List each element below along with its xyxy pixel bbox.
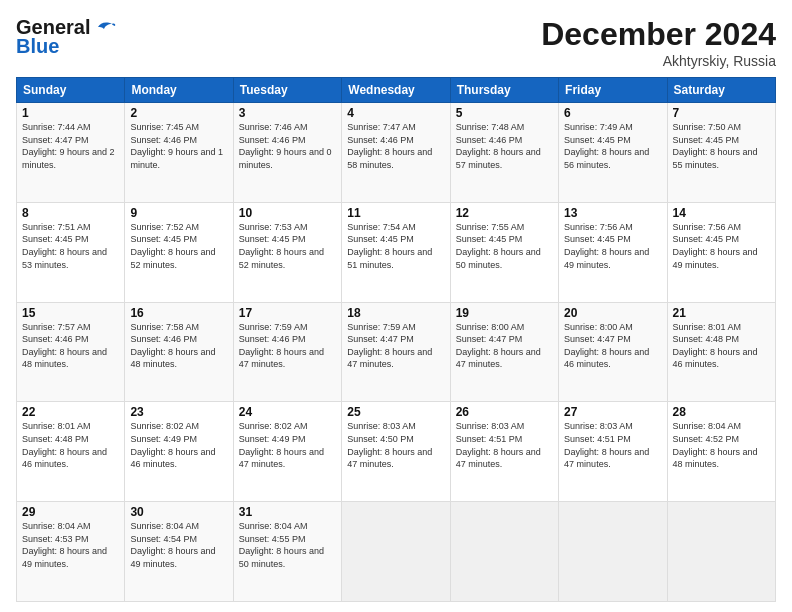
day-number: 27	[564, 405, 661, 419]
day-number: 31	[239, 505, 336, 519]
calendar-cell: 16Sunrise: 7:58 AMSunset: 4:46 PMDayligh…	[125, 302, 233, 402]
calendar-cell: 22Sunrise: 8:01 AMSunset: 4:48 PMDayligh…	[17, 402, 125, 502]
weekday-header-cell: Friday	[559, 78, 667, 103]
day-info: Sunrise: 7:51 AMSunset: 4:45 PMDaylight:…	[22, 221, 119, 271]
weekday-header-cell: Tuesday	[233, 78, 341, 103]
day-number: 22	[22, 405, 119, 419]
header: General Blue December 2024 Akhtyrskiy, R…	[16, 16, 776, 69]
day-number: 1	[22, 106, 119, 120]
calendar-cell: 28Sunrise: 8:04 AMSunset: 4:52 PMDayligh…	[667, 402, 775, 502]
day-info: Sunrise: 7:56 AMSunset: 4:45 PMDaylight:…	[673, 221, 770, 271]
day-info: Sunrise: 8:04 AMSunset: 4:55 PMDaylight:…	[239, 520, 336, 570]
calendar-week-row: 1Sunrise: 7:44 AMSunset: 4:47 PMDaylight…	[17, 103, 776, 203]
day-info: Sunrise: 7:49 AMSunset: 4:45 PMDaylight:…	[564, 121, 661, 171]
day-info: Sunrise: 7:59 AMSunset: 4:47 PMDaylight:…	[347, 321, 444, 371]
logo-blue-text: Blue	[16, 35, 59, 58]
day-number: 30	[130, 505, 227, 519]
day-info: Sunrise: 7:45 AMSunset: 4:46 PMDaylight:…	[130, 121, 227, 171]
day-info: Sunrise: 7:59 AMSunset: 4:46 PMDaylight:…	[239, 321, 336, 371]
logo: General Blue	[16, 16, 116, 58]
day-number: 20	[564, 306, 661, 320]
calendar-cell: 18Sunrise: 7:59 AMSunset: 4:47 PMDayligh…	[342, 302, 450, 402]
calendar-cell: 13Sunrise: 7:56 AMSunset: 4:45 PMDayligh…	[559, 202, 667, 302]
day-info: Sunrise: 7:53 AMSunset: 4:45 PMDaylight:…	[239, 221, 336, 271]
day-info: Sunrise: 7:57 AMSunset: 4:46 PMDaylight:…	[22, 321, 119, 371]
day-info: Sunrise: 8:03 AMSunset: 4:51 PMDaylight:…	[564, 420, 661, 470]
day-info: Sunrise: 8:01 AMSunset: 4:48 PMDaylight:…	[22, 420, 119, 470]
day-info: Sunrise: 8:03 AMSunset: 4:51 PMDaylight:…	[456, 420, 553, 470]
location-subtitle: Akhtyrskiy, Russia	[541, 53, 776, 69]
calendar-week-row: 15Sunrise: 7:57 AMSunset: 4:46 PMDayligh…	[17, 302, 776, 402]
day-info: Sunrise: 7:58 AMSunset: 4:46 PMDaylight:…	[130, 321, 227, 371]
calendar-cell: 2Sunrise: 7:45 AMSunset: 4:46 PMDaylight…	[125, 103, 233, 203]
day-info: Sunrise: 8:04 AMSunset: 4:52 PMDaylight:…	[673, 420, 770, 470]
day-info: Sunrise: 7:56 AMSunset: 4:45 PMDaylight:…	[564, 221, 661, 271]
day-info: Sunrise: 7:46 AMSunset: 4:46 PMDaylight:…	[239, 121, 336, 171]
day-number: 26	[456, 405, 553, 419]
day-info: Sunrise: 8:02 AMSunset: 4:49 PMDaylight:…	[239, 420, 336, 470]
calendar-cell: 17Sunrise: 7:59 AMSunset: 4:46 PMDayligh…	[233, 302, 341, 402]
day-number: 21	[673, 306, 770, 320]
calendar-cell	[559, 502, 667, 602]
day-number: 17	[239, 306, 336, 320]
calendar-cell: 29Sunrise: 8:04 AMSunset: 4:53 PMDayligh…	[17, 502, 125, 602]
calendar-week-row: 29Sunrise: 8:04 AMSunset: 4:53 PMDayligh…	[17, 502, 776, 602]
calendar-cell: 27Sunrise: 8:03 AMSunset: 4:51 PMDayligh…	[559, 402, 667, 502]
day-number: 8	[22, 206, 119, 220]
weekday-header-row: SundayMondayTuesdayWednesdayThursdayFrid…	[17, 78, 776, 103]
day-number: 5	[456, 106, 553, 120]
day-number: 18	[347, 306, 444, 320]
day-number: 13	[564, 206, 661, 220]
calendar-cell	[667, 502, 775, 602]
day-number: 12	[456, 206, 553, 220]
calendar-cell: 19Sunrise: 8:00 AMSunset: 4:47 PMDayligh…	[450, 302, 558, 402]
title-area: December 2024 Akhtyrskiy, Russia	[541, 16, 776, 69]
day-number: 25	[347, 405, 444, 419]
day-number: 4	[347, 106, 444, 120]
day-info: Sunrise: 7:52 AMSunset: 4:45 PMDaylight:…	[130, 221, 227, 271]
day-info: Sunrise: 8:00 AMSunset: 4:47 PMDaylight:…	[564, 321, 661, 371]
day-info: Sunrise: 8:04 AMSunset: 4:53 PMDaylight:…	[22, 520, 119, 570]
calendar-cell: 5Sunrise: 7:48 AMSunset: 4:46 PMDaylight…	[450, 103, 558, 203]
logo-bird-icon	[94, 19, 116, 37]
calendar-cell: 25Sunrise: 8:03 AMSunset: 4:50 PMDayligh…	[342, 402, 450, 502]
day-number: 11	[347, 206, 444, 220]
calendar-cell: 3Sunrise: 7:46 AMSunset: 4:46 PMDaylight…	[233, 103, 341, 203]
day-number: 29	[22, 505, 119, 519]
weekday-header-cell: Sunday	[17, 78, 125, 103]
day-number: 19	[456, 306, 553, 320]
calendar-cell: 30Sunrise: 8:04 AMSunset: 4:54 PMDayligh…	[125, 502, 233, 602]
day-number: 3	[239, 106, 336, 120]
calendar-cell: 15Sunrise: 7:57 AMSunset: 4:46 PMDayligh…	[17, 302, 125, 402]
day-number: 23	[130, 405, 227, 419]
day-number: 16	[130, 306, 227, 320]
calendar-table: SundayMondayTuesdayWednesdayThursdayFrid…	[16, 77, 776, 602]
day-number: 2	[130, 106, 227, 120]
calendar-cell: 8Sunrise: 7:51 AMSunset: 4:45 PMDaylight…	[17, 202, 125, 302]
weekday-header-cell: Thursday	[450, 78, 558, 103]
day-info: Sunrise: 7:55 AMSunset: 4:45 PMDaylight:…	[456, 221, 553, 271]
day-info: Sunrise: 7:50 AMSunset: 4:45 PMDaylight:…	[673, 121, 770, 171]
weekday-header-cell: Monday	[125, 78, 233, 103]
day-info: Sunrise: 8:01 AMSunset: 4:48 PMDaylight:…	[673, 321, 770, 371]
calendar-cell: 26Sunrise: 8:03 AMSunset: 4:51 PMDayligh…	[450, 402, 558, 502]
calendar-cell: 20Sunrise: 8:00 AMSunset: 4:47 PMDayligh…	[559, 302, 667, 402]
calendar-cell	[450, 502, 558, 602]
day-info: Sunrise: 8:00 AMSunset: 4:47 PMDaylight:…	[456, 321, 553, 371]
weekday-header-cell: Saturday	[667, 78, 775, 103]
calendar-cell: 31Sunrise: 8:04 AMSunset: 4:55 PMDayligh…	[233, 502, 341, 602]
calendar-cell: 21Sunrise: 8:01 AMSunset: 4:48 PMDayligh…	[667, 302, 775, 402]
calendar-cell: 11Sunrise: 7:54 AMSunset: 4:45 PMDayligh…	[342, 202, 450, 302]
calendar-week-row: 8Sunrise: 7:51 AMSunset: 4:45 PMDaylight…	[17, 202, 776, 302]
day-number: 15	[22, 306, 119, 320]
calendar-week-row: 22Sunrise: 8:01 AMSunset: 4:48 PMDayligh…	[17, 402, 776, 502]
day-info: Sunrise: 8:04 AMSunset: 4:54 PMDaylight:…	[130, 520, 227, 570]
calendar-cell: 12Sunrise: 7:55 AMSunset: 4:45 PMDayligh…	[450, 202, 558, 302]
day-info: Sunrise: 7:54 AMSunset: 4:45 PMDaylight:…	[347, 221, 444, 271]
day-info: Sunrise: 7:48 AMSunset: 4:46 PMDaylight:…	[456, 121, 553, 171]
calendar-cell: 10Sunrise: 7:53 AMSunset: 4:45 PMDayligh…	[233, 202, 341, 302]
day-info: Sunrise: 7:44 AMSunset: 4:47 PMDaylight:…	[22, 121, 119, 171]
day-info: Sunrise: 7:47 AMSunset: 4:46 PMDaylight:…	[347, 121, 444, 171]
day-number: 10	[239, 206, 336, 220]
calendar-cell: 9Sunrise: 7:52 AMSunset: 4:45 PMDaylight…	[125, 202, 233, 302]
